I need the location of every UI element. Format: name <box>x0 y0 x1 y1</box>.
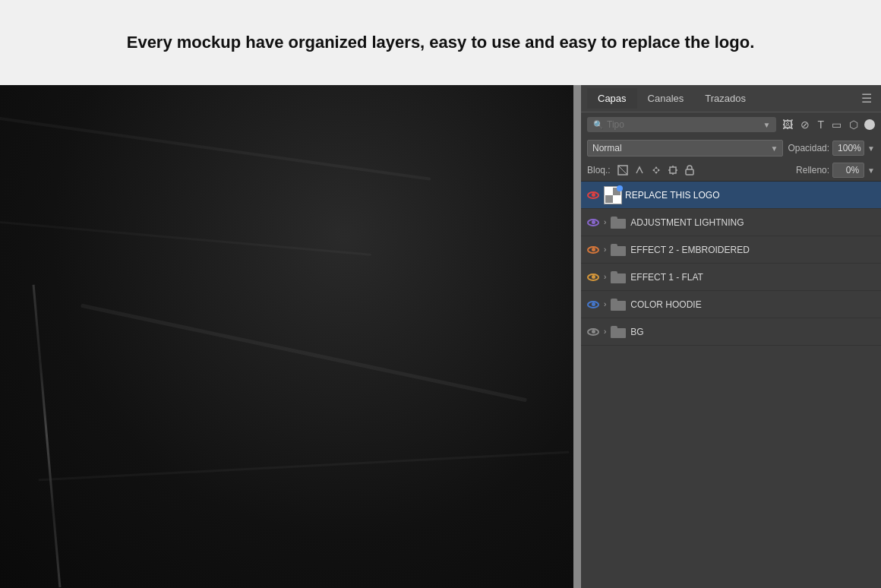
folder-icon-shape-2 <box>611 244 626 256</box>
opacity-label: Opacidad: <box>788 143 829 153</box>
layer-folder-effect2 <box>609 241 627 259</box>
blend-mode-value: Normal <box>592 143 622 153</box>
layer-name-effect2: EFFECT 2 - EMBROIDERED <box>630 245 876 255</box>
svg-marker-3 <box>655 172 658 174</box>
layer-name-color-hoodie: COLOR HOODIE <box>630 299 876 310</box>
layer-eye-color-hoodie[interactable] <box>586 297 601 312</box>
blend-mode-row: Normal ▼ Opacidad: 100% ▼ <box>581 137 881 160</box>
lock-all-icon[interactable] <box>684 164 696 176</box>
fabric-fold-1 <box>0 114 431 180</box>
filter-text-icon[interactable]: T <box>816 117 826 132</box>
filter-smart-icon[interactable]: ⬡ <box>848 117 860 132</box>
folder-icon-shape <box>611 217 626 229</box>
lock-move-icon[interactable] <box>650 164 662 176</box>
search-box[interactable]: 🔍 ▼ <box>587 117 776 132</box>
photo-area <box>0 85 573 588</box>
layer-folder-color-hoodie <box>609 296 627 314</box>
opacity-value[interactable]: 100% <box>832 141 864 156</box>
layer-name-effect1: EFFECT 1 - FLAT <box>630 272 876 283</box>
hoodie-background <box>0 85 573 588</box>
lock-paint-icon[interactable] <box>633 164 646 176</box>
layer-eye-adjustment[interactable] <box>586 215 601 230</box>
svg-line-1 <box>618 166 627 175</box>
filter-pixel-icon[interactable]: 🖼 <box>781 117 794 132</box>
layer-color-hoodie[interactable]: › COLOR HOODIE <box>581 291 881 318</box>
layer-adjustment-lightning[interactable]: › ADJUSTMENT LIGHTNING <box>581 209 881 236</box>
lock-artboard-icon[interactable] <box>667 164 679 176</box>
search-input[interactable] <box>607 119 760 130</box>
layer-eye-effect2[interactable] <box>586 242 601 258</box>
opacity-dropdown-icon[interactable]: ▼ <box>867 144 875 153</box>
layer-name-bg: BG <box>630 327 876 337</box>
svg-marker-2 <box>655 166 658 169</box>
folder-icon-shape-5 <box>611 326 626 338</box>
panel-tabs: Capas Canales Trazados ☰ <box>581 85 881 112</box>
folder-icon-shape-3 <box>611 271 626 283</box>
layer-bg[interactable]: › BG <box>581 318 881 346</box>
search-dropdown-icon[interactable]: ▼ <box>763 121 771 129</box>
smart-object-indicator <box>617 185 623 191</box>
svg-rect-6 <box>670 167 676 173</box>
tab-capas[interactable]: Capas <box>587 88 637 109</box>
top-banner: Every mockup have organized layers, easy… <box>0 0 881 85</box>
svg-rect-11 <box>686 169 693 175</box>
lock-label: Bloq.: <box>587 165 611 175</box>
layer-eye-effect1[interactable] <box>586 270 601 285</box>
layer-expand-effect1[interactable]: › <box>604 273 606 281</box>
layer-eye-replace-logo[interactable] <box>586 188 601 203</box>
layer-replace-logo[interactable]: REPLACE THIS LOGO <box>581 182 881 209</box>
lock-transparent-icon[interactable] <box>617 164 629 176</box>
fill-label: Relleno: <box>796 165 829 175</box>
tab-trazados[interactable]: Trazados <box>694 88 756 109</box>
layer-filter-icons: 🖼 ⊘ T ▭ ⬡ <box>781 117 875 132</box>
fill-value[interactable]: 0% <box>832 163 864 178</box>
blend-dropdown-icon: ▼ <box>770 144 778 153</box>
lock-row: Bloq.: <box>581 160 881 182</box>
layer-expand-color-hoodie[interactable]: › <box>604 300 606 308</box>
panel-menu-icon[interactable]: ☰ <box>858 91 875 106</box>
layers-panel: Capas Canales Trazados ☰ 🔍 ▼ 🖼 ⊘ T ▭ ⬡ <box>581 85 881 588</box>
filter-shape-icon[interactable]: ▭ <box>830 117 843 132</box>
filter-color-dot[interactable] <box>864 119 875 130</box>
fabric-fold-3 <box>81 304 527 403</box>
opacity-group: Opacidad: 100% ▼ <box>788 141 875 156</box>
panel-bottom-area <box>581 421 881 588</box>
fill-dropdown-icon[interactable]: ▼ <box>867 166 875 175</box>
tabs-group: Capas Canales Trazados <box>587 88 756 109</box>
folder-icon-shape-4 <box>611 299 626 311</box>
layer-effect2[interactable]: › EFFECT 2 - EMBROIDERED <box>581 236 881 264</box>
zipper <box>33 285 62 588</box>
fabric-fold-2 <box>0 220 371 256</box>
layer-folder-bg <box>609 323 627 341</box>
search-icon: 🔍 <box>593 120 604 130</box>
layer-eye-bg[interactable] <box>586 324 601 340</box>
layer-expand-bg[interactable]: › <box>604 327 606 336</box>
svg-marker-4 <box>652 169 655 172</box>
tab-canales[interactable]: Canales <box>637 88 695 109</box>
blend-mode-select[interactable]: Normal ▼ <box>587 140 783 156</box>
layer-expand-effect2[interactable]: › <box>604 245 606 254</box>
main-area: Capas Canales Trazados ☰ 🔍 ▼ 🖼 ⊘ T ▭ ⬡ <box>0 85 881 588</box>
layer-folder-adjustment <box>609 213 627 232</box>
lock-icons <box>617 164 696 176</box>
layer-name-replace-logo: REPLACE THIS LOGO <box>625 190 876 201</box>
fill-group: Relleno: 0% ▼ <box>796 163 875 178</box>
banner-text: Every mockup have organized layers, easy… <box>127 33 755 52</box>
layer-effect1[interactable]: › EFFECT 1 - FLAT <box>581 264 881 291</box>
layers-list: REPLACE THIS LOGO › ADJUSTMENT LIGHTNING <box>581 182 881 421</box>
svg-marker-5 <box>658 169 660 172</box>
layer-thumb-replace-logo <box>604 186 622 204</box>
layer-folder-effect1 <box>609 268 627 286</box>
filter-adjustment-icon[interactable]: ⊘ <box>799 117 811 132</box>
search-row: 🔍 ▼ 🖼 ⊘ T ▭ ⬡ <box>581 112 881 137</box>
layer-name-adjustment: ADJUSTMENT LIGHTNING <box>630 217 876 228</box>
fabric-fold-4 <box>38 451 569 482</box>
layer-expand-adjustment[interactable]: › <box>604 218 606 226</box>
panel-divider <box>573 85 581 588</box>
